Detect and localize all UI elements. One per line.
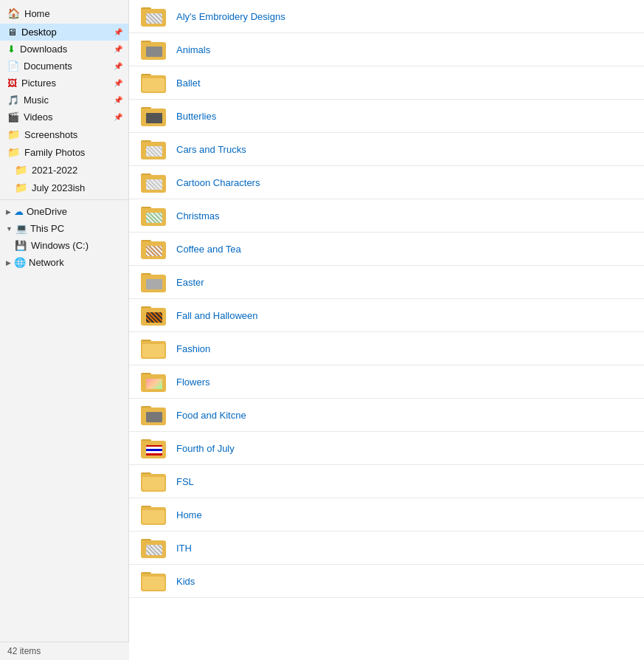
folder-name: Ballet (176, 78, 201, 89)
pin-icon-music: 📌 (114, 96, 122, 104)
folder-icon-wrap (141, 139, 167, 159)
onedrive-icon: ☁ (14, 206, 24, 217)
list-item[interactable]: Fashion (129, 332, 644, 365)
list-item[interactable]: Home (129, 498, 644, 532)
folder-name: Kids (176, 576, 195, 587)
list-item[interactable]: Fall and Halloween (129, 299, 644, 332)
folder-name: Fashion (176, 343, 210, 354)
folder-name: Fourth of July (176, 443, 235, 454)
folder-name: Easter (176, 277, 204, 288)
sidebar-group-onedrive[interactable]: ▶ ☁ OneDrive (0, 203, 128, 220)
folder-name: Animals (176, 44, 210, 55)
sidebar-desktop-label: Desktop (21, 27, 57, 38)
folder-name: FSL (176, 476, 194, 487)
sidebar-item-family-photos[interactable]: 📁 Family Photos (0, 143, 128, 161)
list-item[interactable]: Christmas (129, 199, 644, 233)
list-item[interactable]: Animals (129, 33, 644, 66)
folder-thumb (141, 471, 167, 492)
folder-thumb (141, 39, 167, 60)
folder-thumb (141, 537, 167, 558)
list-item[interactable]: Fourth of July (129, 432, 644, 465)
chevron-right-network-icon: ▶ (6, 259, 11, 267)
sidebar-divider-1 (0, 199, 128, 200)
folder-thumb (141, 504, 167, 525)
sidebar-documents-label: Documents (24, 61, 72, 72)
folder-july-icon: 📁 (15, 182, 27, 193)
list-item[interactable]: Aly's Embroidery Designs (129, 0, 644, 33)
pin-icon-videos: 📌 (114, 113, 122, 121)
sidebar-onedrive-label: OneDrive (27, 206, 67, 217)
sidebar-july-label: July 2023ish (32, 182, 85, 193)
folder-thumb (141, 238, 167, 259)
list-item[interactable]: Butterlies (129, 100, 644, 133)
folder-icon-wrap (141, 371, 167, 392)
folder-icon-wrap (141, 172, 167, 193)
pin-icon: 📌 (114, 28, 122, 36)
desktop-icon: 🖥 (7, 27, 17, 38)
folder-icon-wrap (141, 338, 167, 359)
folder-icon-wrap (141, 305, 167, 326)
drive-icon: 💾 (15, 240, 27, 251)
folder-icon-wrap (141, 504, 167, 525)
list-item[interactable]: Kids (129, 565, 644, 598)
sidebar-network-label: Network (29, 257, 64, 268)
list-item[interactable]: Food and Kitcne (129, 399, 644, 432)
sidebar-group-network[interactable]: ▶ 🌐 Network (0, 254, 128, 271)
documents-icon: 📄 (7, 61, 19, 72)
folder-2021-icon: 📁 (15, 164, 27, 176)
folder-icon-wrap (141, 205, 167, 226)
thispc-icon: 💻 (15, 223, 27, 234)
sidebar-pictures-label: Pictures (21, 78, 56, 89)
folder-icon-wrap (141, 438, 167, 458)
sidebar-item-downloads[interactable]: ⬇ Downloads 📌 (0, 41, 128, 58)
pin-icon-downloads: 📌 (114, 45, 122, 53)
sidebar-item-windowsc[interactable]: 💾 Windows (C:) (0, 237, 128, 254)
sidebar-item-desktop[interactable]: 🖥 Desktop 📌 (0, 24, 128, 41)
folder-name: Butterlies (176, 111, 216, 122)
sidebar-item-videos[interactable]: 🎬 Videos 📌 (0, 109, 128, 126)
home-icon: 🏠 (7, 7, 20, 19)
folder-name: Fall and Halloween (176, 310, 258, 321)
list-item[interactable]: Coffee and Tea (129, 233, 644, 266)
list-item[interactable]: Cartoon Characters (129, 166, 644, 199)
sidebar-home-label: Home (24, 8, 50, 19)
folder-name: Coffee and Tea (176, 244, 241, 255)
folder-name: Christmas (176, 210, 220, 221)
sidebar-item-home[interactable]: 🏠 Home (0, 3, 128, 24)
sidebar-windowsc-label: Windows (C:) (31, 240, 89, 251)
sidebar: 🏠 Home 🖥 Desktop 📌 ⬇ Downloads 📌 📄 Docum… (0, 0, 129, 660)
sidebar-group-thispc[interactable]: ▼ 💻 This PC (0, 220, 128, 237)
folder-thumb (141, 72, 167, 93)
sidebar-item-screenshots[interactable]: 📁 Screenshots (0, 126, 128, 143)
folder-name: Food and Kitcne (176, 410, 246, 421)
sidebar-2021-label: 2021-2022 (32, 165, 77, 176)
list-item[interactable]: FSL (129, 465, 644, 498)
folder-name: Home (176, 509, 202, 520)
list-item[interactable]: Ballet (129, 66, 644, 100)
family-photos-icon: 📁 (7, 146, 20, 158)
list-item[interactable]: Flowers (129, 365, 644, 399)
folder-thumb (141, 438, 167, 458)
sidebar-music-label: Music (24, 94, 49, 106)
sidebar-item-pictures[interactable]: 🖼 Pictures 📌 (0, 75, 128, 92)
sidebar-item-2021-2022[interactable]: 📁 2021-2022 (0, 161, 128, 179)
network-icon: 🌐 (14, 257, 26, 268)
list-item[interactable]: Cars and Trucks (129, 133, 644, 166)
sidebar-videos-label: Videos (24, 111, 53, 123)
folder-icon-wrap (141, 39, 167, 60)
sidebar-screenshots-label: Screenshots (24, 129, 77, 140)
sidebar-item-music[interactable]: 🎵 Music 📌 (0, 92, 128, 109)
folder-icon-wrap (141, 405, 167, 425)
folder-name: Cars and Trucks (176, 144, 246, 155)
folder-thumb (141, 371, 167, 392)
sidebar-item-documents[interactable]: 📄 Documents 📌 (0, 58, 128, 75)
folder-thumb (141, 139, 167, 159)
list-item[interactable]: Easter (129, 266, 644, 299)
screenshots-folder-icon: 📁 (7, 128, 20, 140)
sidebar-item-july2023[interactable]: 📁 July 2023ish (0, 179, 128, 196)
folder-thumb (141, 571, 167, 591)
list-item[interactable]: ITH (129, 532, 644, 565)
videos-icon: 🎬 (7, 111, 19, 123)
pin-icon-documents: 📌 (114, 62, 122, 70)
folder-icon-wrap (141, 571, 167, 591)
